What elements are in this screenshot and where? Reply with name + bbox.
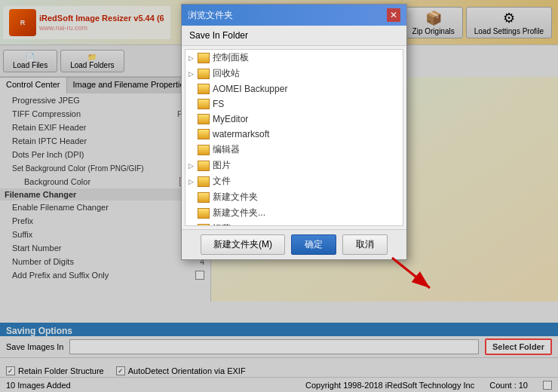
dialog-tree[interactable]: ▷ 控制面板 ▷ 回收站 AOMEI Backupper FS MyEditor — [185, 49, 403, 226]
folder-icon — [198, 192, 210, 203]
new-folder-button[interactable]: 新建文件夹(M) — [201, 234, 285, 255]
folder-icon — [198, 114, 210, 124]
folder-icon — [198, 224, 210, 227]
cancel-button[interactable]: 取消 — [342, 234, 388, 255]
folder-icon — [198, 161, 210, 171]
tree-arrow: ▷ — [189, 54, 198, 62]
tree-item-myeditor[interactable]: MyEditor — [185, 112, 403, 127]
folder-icon — [198, 99, 210, 109]
tree-item-pictures[interactable]: ▷ 图片 — [185, 158, 403, 173]
tree-arrow: ▷ — [189, 178, 198, 185]
folder-icon — [198, 176, 210, 187]
tree-item-recycle[interactable]: ▷ 回收站 — [185, 66, 403, 81]
tree-arrow: ▷ — [189, 162, 198, 170]
tree-item-editor[interactable]: 编辑器 — [185, 142, 403, 158]
ok-button[interactable]: 确定 — [291, 234, 336, 255]
tree-item-operations[interactable]: 运营 — [185, 221, 403, 226]
svg-line-1 — [392, 258, 430, 288]
folder-icon — [198, 129, 210, 139]
tree-item-control-panel[interactable]: ▷ 控制面板 — [185, 50, 403, 66]
dialog-header: Save In Folder — [182, 26, 406, 46]
dialog-footer: 新建文件夹(M) 确定 取消 — [182, 229, 406, 259]
tree-item-new-folder1[interactable]: 新建文件夹 — [185, 189, 403, 205]
dialog-title: 浏览文件夹 — [188, 9, 233, 22]
tree-item-fs[interactable]: FS — [185, 96, 403, 112]
tree-item-new-folder2[interactable]: 新建文件夹... — [185, 205, 403, 221]
dialog-title-bar: 浏览文件夹 ✕ — [182, 5, 406, 26]
folder-icon — [198, 84, 210, 94]
tree-item-watermarksoft[interactable]: watermarksoft — [185, 127, 403, 142]
annotation-arrow — [385, 250, 445, 296]
dialog-close-button[interactable]: ✕ — [387, 8, 400, 22]
browse-folder-dialog: 浏览文件夹 ✕ Save In Folder ▷ 控制面板 ▷ 回收站 AOME… — [181, 4, 407, 260]
folder-icon — [198, 208, 210, 219]
tree-item-files[interactable]: ▷ 文件 — [185, 173, 403, 189]
tree-item-aomei[interactable]: AOMEI Backupper — [185, 81, 403, 96]
tree-arrow: ▷ — [189, 70, 198, 78]
folder-icon — [198, 145, 210, 155]
folder-icon — [198, 53, 210, 63]
folder-icon — [198, 69, 210, 79]
